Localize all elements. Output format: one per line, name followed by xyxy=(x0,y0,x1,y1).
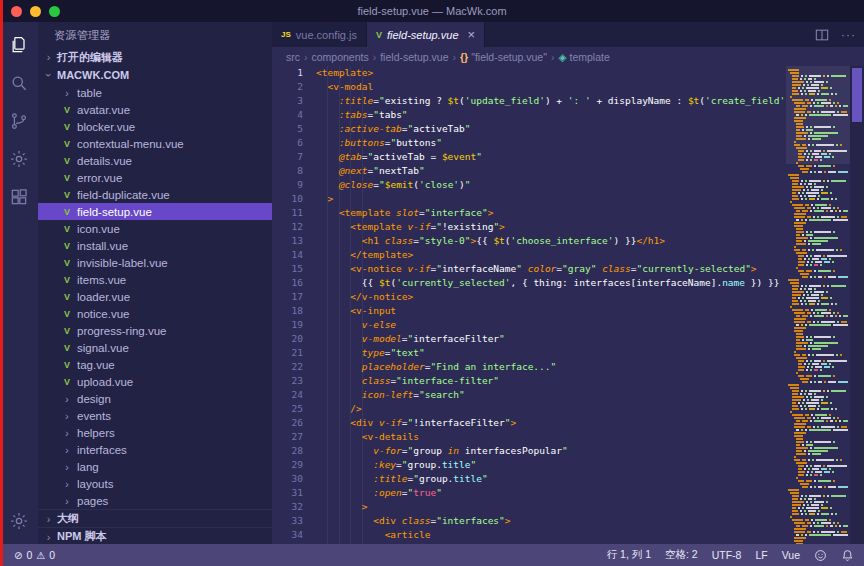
file-name: invisible-label.vue xyxy=(77,257,168,269)
chevron-right-icon: › xyxy=(61,427,73,439)
file-name: loader.vue xyxy=(77,291,130,303)
file-name: pages xyxy=(77,495,108,507)
tree-item-field-duplicate.vue[interactable]: Vfield-duplicate.vue xyxy=(38,186,272,203)
vue-file-icon: V xyxy=(61,258,73,268)
tree-item-pages[interactable]: ›pages xyxy=(38,492,272,509)
split-editor-icon[interactable] xyxy=(815,28,829,42)
close-icon[interactable]: × xyxy=(468,27,476,42)
breadcrumb-item[interactable]: src xyxy=(286,51,300,63)
minimap[interactable] xyxy=(786,66,850,544)
tab-field-setup.vue[interactable]: Vfield-setup.vue× xyxy=(367,22,485,47)
section-label: 大纲 xyxy=(57,511,79,526)
status-item[interactable]: 行 1, 列 1 xyxy=(607,548,651,562)
minimize-window-button[interactable] xyxy=(30,6,41,17)
source-control-icon[interactable] xyxy=(8,110,30,132)
line-number: 1 xyxy=(272,66,303,80)
tree-item-items.vue[interactable]: Vitems.vue xyxy=(38,271,272,288)
vue-file-icon: V xyxy=(61,207,73,217)
vertical-scrollbar[interactable] xyxy=(850,66,864,544)
explorer-icon[interactable] xyxy=(8,34,30,56)
tree-item-helpers[interactable]: ›helpers xyxy=(38,424,272,441)
section-open-editors[interactable]: › 打开的编辑器 xyxy=(38,48,272,66)
tree-item-contextual-menu.vue[interactable]: Vcontextual-menu.vue xyxy=(38,135,272,152)
tree-item-loader.vue[interactable]: Vloader.vue xyxy=(38,288,272,305)
line-number: 23 xyxy=(272,374,303,388)
tree-item-events[interactable]: ›events xyxy=(38,407,272,424)
tree-item-details.vue[interactable]: Vdetails.vue xyxy=(38,152,272,169)
tree-item-invisible-label.vue[interactable]: Vinvisible-label.vue xyxy=(38,254,272,271)
tab-actions: ··· xyxy=(815,22,856,47)
chevron-right-icon: › xyxy=(43,531,54,543)
tree-item-design[interactable]: ›design xyxy=(38,390,272,407)
scrollbar-thumb[interactable] xyxy=(852,68,862,122)
code-line: </template> xyxy=(316,248,786,262)
tree-item-upload.vue[interactable]: Vupload.vue xyxy=(38,373,272,390)
extensions-icon[interactable] xyxy=(8,186,30,208)
feedback-smiley-icon[interactable] xyxy=(814,549,827,562)
tree-item-error.vue[interactable]: Verror.vue xyxy=(38,169,272,186)
section-npm-scripts[interactable]: › NPM 脚本 xyxy=(38,527,272,544)
line-number: 5 xyxy=(272,122,303,136)
tree-item-install.vue[interactable]: Vinstall.vue xyxy=(38,237,272,254)
tree-item-blocker.vue[interactable]: Vblocker.vue xyxy=(38,118,272,135)
vue-file-icon: V xyxy=(61,122,73,132)
line-numbers: 1234567891011121314151617181920212223242… xyxy=(272,66,316,544)
line-number: 31 xyxy=(272,486,303,500)
breadcrumb-item[interactable]: components xyxy=(312,51,369,63)
editor-group: JSvue.config.jsVfield-setup.vue× ··· src… xyxy=(272,22,864,544)
notifications-bell-icon[interactable] xyxy=(841,549,854,562)
tree-item-signal.vue[interactable]: Vsignal.vue xyxy=(38,339,272,356)
line-number: 25 xyxy=(272,402,303,416)
tree-item-progress-ring.vue[interactable]: Vprogress-ring.vue xyxy=(38,322,272,339)
tree-item-icon.vue[interactable]: Vicon.vue xyxy=(38,220,272,237)
close-window-button[interactable] xyxy=(11,6,22,17)
file-name: contextual-menu.vue xyxy=(77,138,184,150)
chevron-right-icon: › xyxy=(61,410,73,422)
status-item[interactable]: Vue xyxy=(782,548,800,562)
settings-gear-icon[interactable] xyxy=(8,510,30,532)
minimap-viewport xyxy=(786,66,850,164)
vue-file-icon: V xyxy=(61,241,73,251)
status-item[interactable]: 空格: 2 xyxy=(665,548,698,562)
line-number: 20 xyxy=(272,332,303,346)
code-line: :buttons="buttons" xyxy=(316,136,786,150)
tree-item-interfaces[interactable]: ›interfaces xyxy=(38,441,272,458)
code-line: :tabs="tabs" xyxy=(316,108,786,122)
line-number: 28 xyxy=(272,444,303,458)
code-line: <div class="interfaces"> xyxy=(316,514,786,528)
problems-indicator[interactable]: ⊘ 0 ⚠ 0 xyxy=(14,549,55,561)
breadcrumb-item[interactable]: ◈template xyxy=(558,51,609,63)
breadcrumb-item[interactable]: {}"field-setup.vue" xyxy=(460,51,547,63)
file-name: error.vue xyxy=(77,172,122,184)
chevron-separator-icon: › xyxy=(551,51,555,63)
line-number: 4 xyxy=(272,108,303,122)
tree-item-tag.vue[interactable]: Vtag.vue xyxy=(38,356,272,373)
tree-item-layouts[interactable]: ›layouts xyxy=(38,475,272,492)
status-left: ⊘ 0 ⚠ 0 xyxy=(14,549,55,561)
vue-file-icon: V xyxy=(61,360,73,370)
warning-count: 0 xyxy=(49,549,55,561)
tree-item-field-setup.vue[interactable]: Vfield-setup.vue xyxy=(38,203,272,220)
line-number: 27 xyxy=(272,430,303,444)
tree-item-table[interactable]: ›table xyxy=(38,84,272,101)
code-line: > xyxy=(316,192,786,206)
section-outline[interactable]: › 大纲 xyxy=(38,509,272,527)
tree-item-notice.vue[interactable]: Vnotice.vue xyxy=(38,305,272,322)
file-name: tag.vue xyxy=(77,359,115,371)
status-item[interactable]: UTF-8 xyxy=(712,548,742,562)
zoom-window-button[interactable] xyxy=(49,6,60,17)
vue-file-icon: V xyxy=(61,309,73,319)
tab-vue.config.js[interactable]: JSvue.config.js xyxy=(272,22,367,47)
search-icon[interactable] xyxy=(8,72,30,94)
tree-item-lang[interactable]: ›lang xyxy=(38,458,272,475)
tree-item-avatar.vue[interactable]: Vavatar.vue xyxy=(38,101,272,118)
file-tree: ›tableVavatar.vueVblocker.vueVcontextual… xyxy=(38,84,272,509)
section-root-folder[interactable]: › MACWK.COM xyxy=(38,66,272,84)
code-line: <template v-if="!existing"> xyxy=(316,220,786,234)
status-item[interactable]: LF xyxy=(755,548,767,562)
breadcrumb-item[interactable]: field-setup.vue xyxy=(380,51,448,63)
vue-file-icon: V xyxy=(61,224,73,234)
more-actions-icon[interactable]: ··· xyxy=(841,29,856,41)
code-lines[interactable]: <template> <v-modal :title="existing ? $… xyxy=(316,66,786,544)
debug-gear-icon[interactable] xyxy=(8,148,30,170)
